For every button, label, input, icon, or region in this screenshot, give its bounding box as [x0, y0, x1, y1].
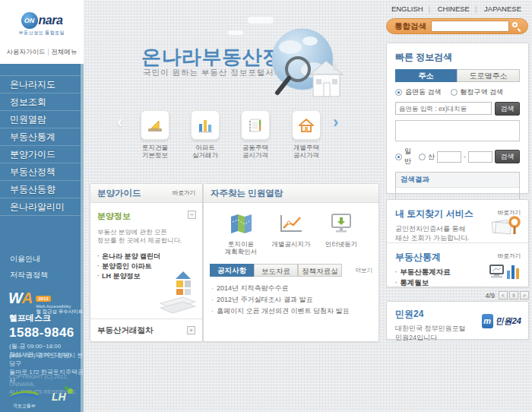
minwon24-badge-icon: m: [482, 314, 493, 328]
general-parcel-radio[interactable]: [395, 154, 402, 160]
molit-logo[interactable]: 국토교통부: [9, 388, 40, 410]
more-link[interactable]: 더보기: [356, 267, 373, 274]
individual-land-price-item[interactable]: 개별공시지가: [268, 213, 315, 255]
lh-logo[interactable]: LH: [52, 391, 66, 403]
tab-address[interactable]: 주소: [395, 69, 457, 82]
public-price-card[interactable]: [241, 110, 270, 140]
carousel-item-house-public-price[interactable]: 개별주택공시가격: [287, 110, 326, 159]
land-finder-section: 내 토지찾기 서비스 바로가기 공인전자인증서를 통해 재산 조회가 가능합니다…: [387, 200, 528, 243]
minwon24-logo[interactable]: m 민원24: [482, 314, 521, 328]
pager-next-button[interactable]: >: [520, 291, 529, 299]
global-search-button[interactable]: [509, 21, 523, 32]
sidebar-item-info-search[interactable]: 정보조회: [0, 93, 81, 111]
sidebar-item-bunyang-guide[interactable]: 분양가이드: [0, 146, 81, 163]
admin-area-label: 행정구역 검색: [461, 87, 504, 97]
carousel-item-land-building[interactable]: 토지건물기본정보: [135, 110, 175, 159]
tab-press[interactable]: 보도자료: [254, 264, 298, 277]
sidebar: ON nara 부동산정보 통합포털 사용자가이드|전체메뉴 온나라지도 정보조…: [0, 0, 84, 412]
emd-input[interactable]: [395, 102, 492, 115]
news-item[interactable]: 홈페이지 오픈 개선의견 이벤트 당첨자 발표: [211, 306, 371, 317]
usage-guide-link[interactable]: 이용안내: [10, 251, 48, 267]
transaction-procedure-row[interactable]: 부동산거래절차 +: [90, 319, 202, 341]
collapse-icon[interactable]: −: [188, 211, 196, 219]
sidebar-item-stats[interactable]: 부동산통계: [0, 128, 81, 146]
sidebar-item-map[interactable]: 온나라지도: [0, 76, 81, 93]
news-tabs: 공지사항 보도자료 정책자료실 더보기: [210, 264, 372, 277]
copyright-policy-link[interactable]: 저작권정책: [10, 267, 48, 283]
parcel-search-button[interactable]: 검색: [495, 150, 520, 163]
tab-notice[interactable]: 공지사항: [210, 264, 254, 277]
lang-japanese[interactable]: JAPANESE: [484, 5, 521, 13]
general-parcel-label: 일반: [404, 147, 416, 166]
stats-shortcut[interactable]: 바로가기: [498, 252, 521, 260]
apartment-price-card[interactable]: [191, 110, 220, 140]
global-search-input[interactable]: [431, 21, 509, 32]
emd-search-radio[interactable]: [395, 89, 402, 96]
quick-search-panel: 빠른 정보검색 주소 도로명주소 읍면동 검색 행정구역 검색 검색 일반 산 …: [386, 43, 529, 194]
expand-icon[interactable]: +: [187, 326, 195, 334]
banner-pagination: 4/9<II>: [386, 291, 529, 299]
cloud-decoration: [248, 17, 274, 24]
emd-search-button[interactable]: 검색: [495, 102, 520, 116]
monitor-download-icon: [328, 213, 354, 234]
global-search-bar: 통합검색: [386, 18, 528, 34]
documents-seal-icon: [489, 214, 521, 237]
parcel-search-row: 일반 산 - 검색: [395, 147, 520, 166]
logo[interactable]: ON nara 부동산정보 통합포털 사용자가이드|전체메뉴: [0, 0, 84, 64]
services-panel: 내 토지찾기 서비스 바로가기 공인전자인증서를 통해 재산 조회가 가능합니다…: [386, 199, 529, 287]
search-icon: [512, 22, 518, 27]
land-ruler-icon: [146, 117, 164, 134]
pager-pause-button[interactable]: II: [509, 291, 518, 299]
stats-section: 부동산통계 바로가기 부동산통계자료 통계월보: [387, 243, 528, 287]
internet-registry-item[interactable]: 인터넷등기: [318, 213, 365, 255]
admin-area-radio[interactable]: [451, 89, 458, 96]
sidebar-item-notifier[interactable]: 온나라알리미: [0, 198, 81, 216]
molit-label: 국토교통부: [9, 403, 40, 410]
sidebar-footer-links: 이용안내 저작권정책: [10, 251, 48, 283]
partner-logos: 국토교통부 LH: [9, 388, 66, 410]
carousel-next-arrow[interactable]: ›: [333, 114, 338, 131]
lang-english[interactable]: ENGLISH: [391, 5, 435, 13]
emd-search-label: 읍면동 검색: [405, 87, 442, 97]
lang-chinese[interactable]: CHINESE: [438, 5, 483, 13]
quick-search-title: 빠른 정보검색: [395, 51, 520, 64]
helpdesk-title: 헬프데스크: [9, 312, 74, 324]
all-menu-link[interactable]: 전체메뉴: [52, 48, 78, 55]
news-item[interactable]: 2012년 주거실태조사 결과 발표: [211, 294, 371, 306]
parcel-dash: -: [464, 153, 466, 160]
user-guide-link[interactable]: 사용자가이드: [6, 48, 45, 55]
carousel-item-apartment-price[interactable]: 아파트실거래가: [185, 110, 225, 159]
tab-policy-library[interactable]: 정책자료실: [298, 264, 342, 277]
bunyang-shortcut-link[interactable]: 바로가기: [173, 189, 195, 197]
minwon-icon-label: 토지이용계획확인서: [217, 240, 264, 255]
wa-badge: WA 2013 Web Accessibility 웹 접근성 우수사이트: [8, 290, 83, 315]
land-building-card[interactable]: [141, 110, 169, 140]
lh-dot-icon: [65, 386, 68, 390]
news-list: 2014년 지적측량수수료 2012년 주거실태조사 결과 발표 홈페이지 오픈…: [211, 283, 371, 317]
wa-mark: WA: [8, 290, 33, 306]
land-use-plan-item[interactable]: 토지이용계획확인서: [217, 213, 264, 255]
news-item[interactable]: 2014년 지적측량수수료: [211, 283, 371, 294]
bunyang-panel-body: 분양정보 − 부동산 분양에 관한 모든 정보를 한 곳에서 제공합니다. 온나…: [90, 203, 202, 319]
parcel-sub-input[interactable]: [468, 151, 492, 163]
bunyang-info-title: 분양정보: [97, 211, 195, 222]
tab-road-address[interactable]: 도로명주소: [457, 69, 520, 82]
sidebar-item-policy[interactable]: 부동산정책: [0, 163, 81, 181]
stats-chart-icon: [488, 261, 521, 281]
bunyang-calendar-link[interactable]: 온나라 분양 캘린더: [97, 252, 195, 261]
frequent-minwon-panel: 자주찾는 민원열람 토지이용계획확인서 개별공시지가: [203, 183, 379, 342]
emd-result-listbox[interactable]: [395, 120, 520, 141]
carousel-prev-arrow[interactable]: ‹: [117, 114, 122, 131]
wa-year-badge: 2013: [36, 296, 50, 302]
parcel-main-input[interactable]: [437, 151, 461, 163]
carousel-item-apartment-public-price[interactable]: 공동주택공시가격: [236, 110, 275, 159]
bunyang-panel-title: 분양가이드: [97, 188, 141, 199]
house-price-card[interactable]: [292, 110, 321, 140]
pager-prev-button[interactable]: <: [499, 291, 508, 299]
sidebar-item-trends[interactable]: 부동산동향: [0, 181, 81, 198]
sidebar-menu: 온나라지도 정보조회 민원열람 부동산통계 분양가이드 부동산정책 부동산동향 …: [0, 75, 81, 216]
logo-wordmark: nara: [39, 14, 63, 27]
san-parcel-radio[interactable]: [419, 154, 426, 160]
sidebar-item-minwon-view[interactable]: 민원열람: [0, 111, 81, 128]
address-tabs: 주소 도로명주소: [395, 69, 520, 82]
